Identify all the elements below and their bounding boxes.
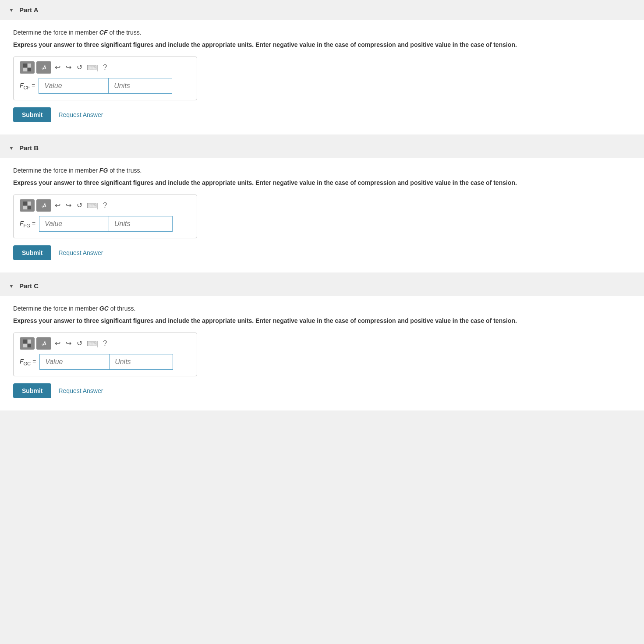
submit-btn-c[interactable]: Submit	[13, 383, 51, 398]
answer-box-c: ᵤÅ ↩ ↪ ↺ ⌨| ? FGC =	[13, 333, 197, 376]
part-instructions-a: Express your answer to three significant…	[13, 40, 631, 50]
part-body-b: Determine the force in member FG of the …	[0, 158, 644, 272]
format-btn-2[interactable]: ᵤÅ	[36, 199, 51, 212]
input-row-a: FCF =	[20, 78, 191, 94]
help-btn[interactable]: ?	[101, 339, 109, 348]
part-description-b: Determine the force in member FG of the …	[13, 167, 631, 174]
toolbar: ᵤÅ ↩ ↪ ↺ ⌨| ?	[20, 337, 191, 350]
input-label-a: FCF =	[20, 82, 35, 90]
undo-btn[interactable]: ↩	[53, 63, 62, 72]
toolbar: ᵤÅ ↩ ↪ ↺ ⌨| ?	[20, 61, 191, 74]
toolbar-separator: ⌨|	[87, 340, 99, 348]
redo-btn[interactable]: ↪	[64, 63, 73, 72]
chevron-icon-b: ▼	[9, 145, 14, 151]
units-input-a[interactable]	[109, 78, 172, 94]
part-description-a: Determine the force in member CF of the …	[13, 29, 631, 36]
input-row-c: FGC =	[20, 354, 191, 370]
value-input-b[interactable]	[39, 216, 109, 232]
answer-box-a: ᵤÅ ↩ ↪ ↺ ⌨| ? FCF =	[13, 57, 197, 100]
part-instructions-c: Express your answer to three significant…	[13, 316, 631, 326]
request-link-c[interactable]: Request Answer	[58, 387, 103, 394]
help-btn[interactable]: ?	[101, 201, 109, 210]
part-section-b: ▼ Part B Determine the force in member F…	[0, 138, 644, 272]
request-link-a[interactable]: Request Answer	[58, 111, 103, 118]
format-btn-2[interactable]: ᵤÅ	[36, 61, 51, 74]
reset-btn[interactable]: ↺	[75, 339, 84, 348]
toolbar-separator: ⌨|	[87, 202, 99, 210]
part-title-c: Part C	[19, 282, 39, 290]
part-header-b[interactable]: ▼ Part B	[0, 138, 644, 158]
chevron-icon-c: ▼	[9, 283, 14, 289]
answer-box-b: ᵤÅ ↩ ↪ ↺ ⌨| ? FFG =	[13, 195, 197, 238]
btn-row-c: Submit Request Answer	[13, 383, 631, 398]
part-description-c: Determine the force in member GC of thru…	[13, 305, 631, 312]
submit-btn-a[interactable]: Submit	[13, 107, 51, 122]
part-title-a: Part A	[19, 6, 39, 14]
format-btn-1[interactable]	[20, 61, 35, 74]
help-btn[interactable]: ?	[101, 63, 109, 72]
part-body-a: Determine the force in member CF of the …	[0, 20, 644, 134]
toolbar: ᵤÅ ↩ ↪ ↺ ⌨| ?	[20, 199, 191, 212]
redo-btn[interactable]: ↪	[64, 339, 73, 348]
value-input-a[interactable]	[39, 78, 109, 94]
reset-btn[interactable]: ↺	[75, 201, 84, 210]
value-input-c[interactable]	[39, 354, 110, 370]
undo-btn[interactable]: ↩	[53, 339, 62, 348]
input-row-b: FFG =	[20, 216, 191, 232]
toolbar-separator: ⌨|	[87, 64, 99, 72]
format-btn-1[interactable]	[20, 199, 35, 212]
chevron-icon-a: ▼	[9, 7, 14, 13]
part-header-c[interactable]: ▼ Part C	[0, 276, 644, 296]
btn-row-a: Submit Request Answer	[13, 107, 631, 122]
format-btn-1[interactable]	[20, 337, 35, 350]
units-input-c[interactable]	[110, 354, 173, 370]
reset-btn[interactable]: ↺	[75, 63, 84, 72]
part-body-c: Determine the force in member GC of thru…	[0, 296, 644, 410]
input-label-c: FGC =	[20, 358, 36, 366]
undo-btn[interactable]: ↩	[53, 201, 62, 210]
part-header-a[interactable]: ▼ Part A	[0, 0, 644, 20]
input-label-b: FFG =	[20, 220, 35, 228]
units-input-b[interactable]	[109, 216, 173, 232]
redo-btn[interactable]: ↪	[64, 201, 73, 210]
format-btn-2[interactable]: ᵤÅ	[36, 337, 51, 350]
submit-btn-b[interactable]: Submit	[13, 245, 51, 260]
part-instructions-b: Express your answer to three significant…	[13, 178, 631, 188]
request-link-b[interactable]: Request Answer	[58, 249, 103, 256]
part-section-c: ▼ Part C Determine the force in member G…	[0, 276, 644, 410]
part-section-a: ▼ Part A Determine the force in member C…	[0, 0, 644, 134]
part-title-b: Part B	[19, 144, 39, 152]
btn-row-b: Submit Request Answer	[13, 245, 631, 260]
